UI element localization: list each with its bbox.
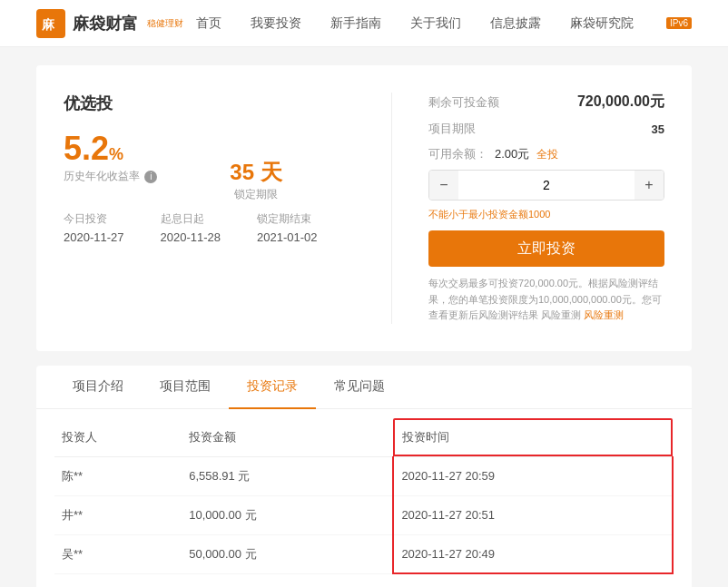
stat-end: 锁定期结束 2021-01-02 (257, 211, 318, 244)
nav-invest[interactable]: 我要投资 (251, 15, 301, 32)
product-stats: 今日投资 2020-11-27 起息日起 2020-11-28 锁定期结束 20… (64, 211, 355, 244)
col-amount: 投资金额 (182, 418, 393, 457)
cell-investor: 陈** (54, 456, 182, 495)
logo-sub: 稳健理财 (147, 17, 183, 30)
risk-retest-link[interactable]: 风险重测 (584, 309, 624, 320)
stat-start: 起息日起 2020-11-28 (161, 211, 221, 244)
nav-research[interactable]: 麻袋研究院 (570, 15, 634, 32)
period-label: 锁定期限 (230, 187, 281, 202)
period-row: 项目期限 35 (428, 121, 664, 137)
tab-faq[interactable]: 常见问题 (316, 366, 403, 409)
col-investor: 投资人 (54, 418, 182, 457)
balance-row: 剩余可投金额 720,000.00元 (428, 93, 664, 112)
info-icon[interactable]: i (144, 171, 157, 183)
investment-table: 投资人 投资金额 投资时间 陈** 6,558.91 元 2020-11-27 (54, 418, 674, 587)
main: 优选投 5.2% 历史年化收益率 i 35 天 锁定期限 (0, 47, 728, 587)
table-row: 陈** 6,558.91 元 2020-11-27 20:59 (54, 456, 673, 495)
tab-records[interactable]: 投资记录 (229, 366, 316, 409)
disclaimer: 每次交易最多可投资720,000.00元。根据风险测评结果，您的单笔投资限度为1… (428, 276, 664, 324)
cell-investor: 井** (54, 495, 182, 534)
stat-today: 今日投资 2020-11-27 (64, 211, 124, 244)
cell-amount: 50,000.00 元 (182, 534, 393, 573)
cell-amount: 10,000.00 元 (182, 495, 393, 534)
cell-time: 2020-11-27 20:59 (393, 456, 673, 495)
header: 麻 麻袋财富 稳健理财 首页 我要投资 新手指南 关于我们 信息披露 麻袋研究院… (0, 0, 728, 47)
cell-time: 2020-11-27 20:21 (393, 573, 673, 587)
cell-investor: 权** (54, 573, 182, 587)
table-container: 投资人 投资金额 投资时间 陈** 6,558.91 元 2020-11-27 (36, 418, 692, 587)
product-left: 优选投 5.2% 历史年化收益率 i 35 天 锁定期限 (64, 93, 355, 324)
all-in-link[interactable]: 全投 (536, 147, 558, 162)
tabs-card: 项目介绍 项目范围 投资记录 常见问题 投资人 投资金额 投资时间 (36, 366, 692, 587)
cell-amount: 61,015.07 元 (182, 573, 393, 587)
logo-icon: 麻 (36, 9, 65, 38)
error-text: 不能小于最小投资金额1000 (428, 208, 664, 221)
stepper-minus[interactable]: − (429, 171, 458, 200)
cell-amount: 6,558.91 元 (182, 456, 393, 495)
table-row: 井** 10,000.00 元 2020-11-27 20:51 (54, 495, 673, 534)
svg-text:麻: 麻 (41, 17, 55, 32)
stepper: − + (428, 170, 664, 201)
tab-scope[interactable]: 项目范围 (142, 366, 229, 409)
rate-label: 历史年化收益率 i (64, 169, 157, 184)
table-row: 权** 61,015.07 元 2020-11-27 20:21 (54, 573, 673, 587)
col-time: 投资时间 (393, 418, 673, 457)
invest-button[interactable]: 立即投资 (428, 230, 664, 267)
product-card: 优选投 5.2% 历史年化收益率 i 35 天 锁定期限 (36, 65, 692, 351)
tabs-header: 项目介绍 项目范围 投资记录 常见问题 (36, 366, 692, 409)
available-row: 可用余额： 2.00元 全投 (428, 146, 664, 162)
cell-investor: 吴** (54, 534, 182, 573)
product-rate: 5.2% (64, 132, 157, 165)
nav-badge: IPv6 (666, 17, 692, 29)
table-row: 吴** 50,000.00 元 2020-11-27 20:49 (54, 534, 673, 573)
cell-time: 2020-11-27 20:49 (393, 534, 673, 573)
stepper-plus[interactable]: + (635, 171, 664, 200)
tab-intro[interactable]: 项目介绍 (54, 366, 142, 409)
rate-section: 5.2% 历史年化收益率 i (64, 132, 157, 202)
cell-time: 2020-11-27 20:51 (393, 495, 673, 534)
vertical-divider (391, 93, 392, 324)
invest-panel: 剩余可投金额 720,000.00元 项目期限 35 可用余额： 2.00元 全… (428, 93, 664, 324)
period-section: 35 天 锁定期限 (230, 158, 281, 202)
logo-text: 麻袋财富 (73, 13, 138, 34)
nav-info[interactable]: 信息披露 (490, 15, 541, 32)
nav-home[interactable]: 首页 (196, 15, 221, 32)
nav-guide[interactable]: 新手指南 (330, 15, 381, 32)
stepper-input[interactable] (458, 171, 635, 200)
product-period: 35 天 (230, 158, 281, 187)
nav: 首页 我要投资 新手指南 关于我们 信息披露 麻袋研究院 IPv6 (196, 15, 692, 32)
product-title: 优选投 (64, 93, 355, 114)
table-header-row: 投资人 投资金额 投资时间 (54, 418, 673, 457)
nav-about[interactable]: 关于我们 (410, 15, 461, 32)
logo: 麻 麻袋财富 稳健理财 (36, 9, 183, 38)
